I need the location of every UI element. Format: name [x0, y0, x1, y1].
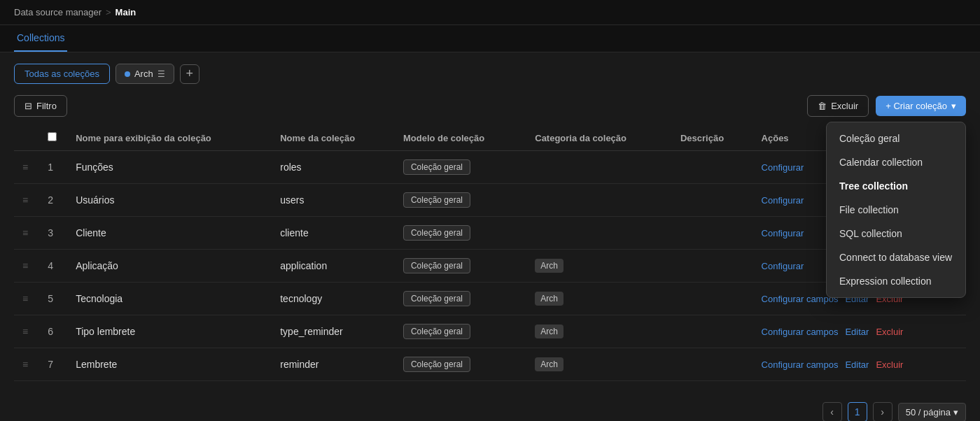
dropdown-item-calendar[interactable]: Calendar collection	[827, 150, 965, 174]
model-badge: Coleção geral	[403, 324, 470, 339]
row-description	[672, 348, 753, 381]
breadcrumb-separator: >	[106, 7, 111, 17]
row-display-name: Aplicação	[67, 250, 272, 283]
category-badge: Arch	[535, 357, 564, 371]
row-description	[672, 283, 753, 315]
table-row: ≡5TecnologiatecnologyColeção geralArchCo…	[14, 283, 966, 315]
action-excluir[interactable]: Excluir	[876, 327, 903, 337]
table-row: ≡6Tipo lembretetype_reminderColeção gera…	[14, 315, 966, 348]
model-badge: Coleção geral	[403, 291, 470, 306]
action-configurar-campos[interactable]: Configurar campos	[762, 359, 839, 370]
row-description	[672, 217, 753, 250]
row-model: Coleção geral	[395, 250, 526, 283]
pagination: ‹ 1 › 50 / página ▾	[0, 392, 980, 421]
add-tab-button[interactable]: +	[180, 64, 200, 84]
filter-label: Filtro	[36, 101, 57, 111]
row-description	[672, 151, 753, 184]
model-badge: Coleção geral	[403, 225, 470, 241]
row-collection-name: type_reminder	[272, 315, 395, 348]
tab-collections[interactable]: Collections	[14, 25, 67, 52]
action-editar[interactable]: Editar	[845, 327, 869, 337]
row-number: 3	[39, 217, 67, 250]
row-category: Arch	[526, 250, 672, 283]
th-collection-name: Nome da coleção	[272, 125, 395, 151]
model-badge: Coleção geral	[403, 258, 470, 273]
row-collection-name: reminder	[272, 348, 395, 381]
dropdown-item-expression[interactable]: Expression collection	[827, 269, 965, 293]
drag-handle-icon: ≡	[22, 194, 28, 206]
table-row: ≡1FunçõesrolesColeção geralConfigurar	[14, 151, 966, 184]
breadcrumb-parent[interactable]: Data source manager	[14, 7, 102, 17]
table-row: ≡2UsuáriosusersColeção geralConfigurar	[14, 184, 966, 217]
drag-handle-icon: ≡	[22, 162, 28, 173]
action-configurar[interactable]: Configurar	[762, 261, 804, 271]
action-excluir[interactable]: Excluir	[876, 359, 903, 370]
breadcrumb: Data source manager > Main	[0, 0, 980, 25]
row-model: Coleção geral	[395, 151, 526, 184]
criar-colecao-button[interactable]: + Criar coleção ▾	[876, 96, 966, 116]
row-model: Coleção geral	[395, 217, 526, 250]
dropdown-item-sql[interactable]: SQL collection	[827, 222, 965, 245]
tab-arch[interactable]: Arch ☰	[115, 64, 174, 84]
chevron-down-icon: ▾	[951, 101, 956, 111]
category-badge: Arch	[535, 259, 564, 273]
prev-page-button[interactable]: ‹	[822, 402, 842, 421]
select-all-checkbox[interactable]	[48, 132, 57, 141]
row-display-name: Tecnologia	[67, 283, 272, 315]
th-drag	[14, 125, 39, 151]
excluir-button[interactable]: 🗑 Excluir	[807, 95, 869, 117]
row-display-name: Lembrete	[67, 348, 272, 381]
dropdown-item-file[interactable]: File collection	[827, 198, 965, 222]
per-page-selector[interactable]: 50 / página ▾	[898, 403, 966, 422]
breadcrumb-current: Main	[115, 7, 136, 17]
row-category: Arch	[526, 315, 672, 348]
action-configurar[interactable]: Configurar	[762, 162, 804, 173]
dropdown-item-tree[interactable]: Tree collection	[827, 174, 965, 198]
next-page-button[interactable]: ›	[873, 402, 892, 421]
drag-handle-icon: ≡	[22, 359, 28, 370]
filter-button[interactable]: ⊟ Filtro	[14, 95, 67, 117]
row-collection-name: cliente	[272, 217, 395, 250]
action-configurar[interactable]: Configurar	[762, 228, 804, 238]
th-checkbox	[39, 125, 67, 151]
row-description	[672, 315, 753, 348]
drag-handle-icon: ≡	[22, 326, 28, 337]
per-page-label: 50 / página	[906, 407, 951, 418]
action-editar[interactable]: Editar	[845, 359, 869, 370]
main-content: Todas as coleções Arch ☰ + ⊟ Filtro 🗑 Ex…	[0, 52, 980, 392]
th-description: Descrição	[672, 125, 753, 151]
row-number: 4	[39, 250, 67, 283]
row-actions: Configurar camposEditarExcluir	[753, 348, 966, 381]
model-badge: Coleção geral	[403, 192, 470, 208]
action-configurar[interactable]: Configurar	[762, 195, 804, 206]
row-model: Coleção geral	[395, 348, 526, 381]
row-category	[526, 217, 672, 250]
arch-dot-icon	[125, 71, 130, 77]
row-model: Coleção geral	[395, 315, 526, 348]
row-collection-name: roles	[272, 151, 395, 184]
dropdown-item-connect-db[interactable]: Connect to database view	[827, 245, 965, 269]
table-row: ≡7LembretereminderColeção geralArchConfi…	[14, 348, 966, 381]
criar-label: + Criar coleção	[886, 101, 947, 111]
collections-table: Nome para exibição da coleção Nome da co…	[14, 125, 966, 381]
trash-icon: 🗑	[818, 101, 827, 111]
row-category: Arch	[526, 283, 672, 315]
th-display-name: Nome para exibição da coleção	[67, 125, 272, 151]
toolbar-right: 🗑 Excluir + Criar coleção ▾ Coleção gera…	[807, 95, 966, 117]
row-display-name: Usuários	[67, 184, 272, 217]
dropdown-item-colecao-geral[interactable]: Coleção geral	[827, 127, 965, 150]
category-badge: Arch	[535, 292, 564, 306]
row-description	[672, 184, 753, 217]
row-number: 5	[39, 283, 67, 315]
toolbar: ⊟ Filtro 🗑 Excluir + Criar coleção ▾ Col…	[14, 95, 966, 117]
th-model: Modelo de coleção	[395, 125, 526, 151]
arch-label: Arch	[134, 69, 153, 79]
tab-bar: Collections	[0, 25, 980, 52]
row-number: 6	[39, 315, 67, 348]
th-category: Categoria da coleção	[526, 125, 672, 151]
row-actions: Configurar camposEditarExcluir	[753, 315, 966, 348]
tab-all-collections[interactable]: Todas as coleções	[14, 64, 110, 84]
action-configurar-campos[interactable]: Configurar campos	[762, 327, 839, 337]
row-display-name: Tipo lembrete	[67, 315, 272, 348]
current-page: 1	[848, 402, 867, 421]
